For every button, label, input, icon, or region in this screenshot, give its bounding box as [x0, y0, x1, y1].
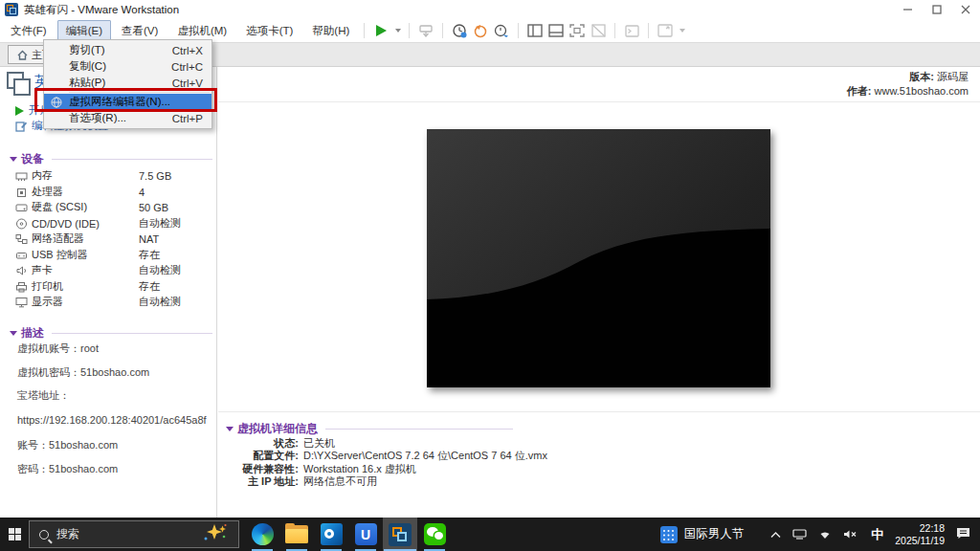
vm-details-header[interactable]: 虚拟机详细信息	[226, 421, 513, 437]
annotation-red-box	[34, 88, 217, 112]
collapse-icon	[226, 427, 234, 431]
windows-logo-icon	[9, 528, 21, 540]
volume-muted-icon[interactable]	[843, 529, 858, 540]
processor-icon	[15, 187, 32, 198]
search-placeholder: 搜索	[56, 526, 79, 542]
home-icon	[17, 50, 28, 60]
show-thumbnail-bar-icon[interactable]	[546, 21, 567, 40]
collapse-icon	[10, 331, 17, 336]
tray-chevron-up-icon[interactable]	[770, 531, 781, 539]
sound-card-icon	[15, 265, 32, 276]
tray-device-icon[interactable]	[792, 529, 807, 540]
stretch-guest-icon	[655, 21, 676, 40]
menu-help[interactable]: 帮助(H)	[303, 20, 358, 42]
clock-date: 2025/11/19	[895, 535, 945, 547]
collapse-icon	[10, 157, 17, 162]
start-button[interactable]	[0, 518, 29, 551]
description-header[interactable]: 描述	[10, 325, 212, 342]
author-value: www.51boshao.com	[875, 85, 969, 97]
devices-header[interactable]: 设备	[10, 151, 212, 167]
description-line: 宝塔地址：	[17, 388, 70, 403]
wechat-icon	[424, 523, 446, 545]
description-line: 虚拟机账号：root	[17, 342, 99, 356]
show-library-icon[interactable]	[524, 21, 546, 40]
system-tray: 国际男人节 中 22:18 2025/11/19	[660, 518, 980, 551]
device-row-network[interactable]: 网络适配器NAT	[15, 231, 207, 246]
unity-icon	[588, 21, 609, 40]
device-row-printer[interactable]: 打印机存在	[15, 279, 207, 294]
vmware-logo-icon	[5, 3, 18, 16]
network-adapter-icon	[15, 233, 32, 245]
device-row-disk[interactable]: 硬盘 (SCSI)50 GB	[15, 200, 207, 214]
detail-row-config: 配置文件:D:\YXServer\CentOS 7.2 64 位\CentOS …	[226, 449, 547, 463]
news-widget-icon[interactable]	[660, 526, 678, 543]
menu-item-preferences[interactable]: 首选项(R)...Ctrl+P	[44, 110, 212, 126]
printer-icon	[15, 281, 32, 293]
file-explorer-icon	[285, 525, 308, 543]
menu-item-cut[interactable]: 剪切(T)Ctrl+X	[44, 42, 212, 58]
device-row-memory[interactable]: 内存7.5 GB	[15, 168, 207, 183]
vmware-window: 英雄有闪 - VMware Workstation 文件(F) 编辑(E) 查看…	[0, 0, 980, 518]
minimize-button[interactable]	[894, 0, 923, 19]
copilot-sparkle-icon[interactable]	[200, 522, 229, 546]
wifi-icon[interactable]	[818, 529, 832, 540]
description-line-url: https://192.168.200.128:40201/ac645a8f	[17, 414, 207, 426]
device-row-display[interactable]: 显示器自动检测	[15, 295, 207, 309]
description-line: 账号：51boshao.com	[17, 438, 118, 452]
revert-snapshot-icon[interactable]	[470, 21, 491, 40]
edge-icon	[252, 523, 274, 545]
taskbar-app-u[interactable]: U	[348, 518, 383, 551]
device-row-cd[interactable]: CD/DVD (IDE)自动检测	[15, 216, 207, 231]
description-line: 虚拟机密码：51boshao.com	[17, 365, 149, 380]
memory-icon	[15, 170, 32, 182]
usb-icon	[15, 250, 32, 261]
u-app-icon: U	[355, 523, 377, 545]
ime-indicator[interactable]: 中	[871, 526, 883, 543]
taskbar: 搜索 U 国际男人	[0, 518, 980, 551]
send-ctrl-alt-del-icon	[415, 21, 436, 40]
version-author-block: 版本: 源码屋 作者: www.51boshao.com	[847, 70, 969, 99]
version-value: 源码屋	[937, 71, 969, 82]
taskbar-search-input[interactable]: 搜索	[29, 520, 239, 548]
disk-icon	[15, 202, 32, 213]
author-label: 作者:	[847, 85, 872, 97]
cd-icon	[15, 218, 32, 230]
window-title: 英雄有闪 - VMware Workstation	[24, 3, 179, 17]
vm-icon	[6, 71, 33, 98]
console-icon	[621, 21, 642, 40]
edit-settings-icon	[15, 121, 27, 132]
vmware-taskbar-icon	[389, 523, 412, 546]
stretch-dropdown-icon	[676, 21, 687, 40]
title-bar[interactable]: 英雄有闪 - VMware Workstation	[0, 0, 980, 19]
taskbar-app-outlook[interactable]	[314, 518, 348, 551]
taskbar-app-vmware[interactable]	[383, 518, 417, 551]
screen: 英雄有闪 - VMware Workstation 文件(F) 编辑(E) 查看…	[0, 0, 980, 551]
description-line: 密码：51boshao.com	[17, 462, 118, 476]
close-button[interactable]	[951, 0, 980, 19]
detail-row-ip: 主 IP 地址:网络信息不可用	[226, 474, 377, 489]
maximize-button[interactable]	[923, 0, 951, 19]
clock[interactable]: 22:18 2025/11/19	[895, 522, 945, 547]
clock-time: 22:18	[895, 522, 945, 535]
widget-text[interactable]: 国际男人节	[684, 526, 745, 542]
action-center-icon[interactable]	[956, 526, 970, 543]
fullscreen-icon[interactable]	[567, 21, 588, 40]
menu-tabs[interactable]: 选项卡(T)	[237, 20, 301, 42]
display-icon	[15, 297, 32, 308]
vm-console-preview[interactable]	[427, 129, 770, 387]
power-dropdown-icon[interactable]	[391, 21, 403, 40]
taskbar-app-wechat[interactable]	[417, 518, 452, 551]
device-row-sound[interactable]: 声卡自动检测	[15, 263, 207, 277]
taskbar-app-explorer[interactable]	[279, 518, 314, 551]
device-row-usb[interactable]: USB 控制器存在	[15, 248, 207, 262]
edit-menu-dropdown: 剪切(T)Ctrl+X 复制(C)Ctrl+C 粘贴(P)Ctrl+V 虚拟网络…	[43, 39, 212, 129]
taskbar-app-edge[interactable]	[245, 518, 279, 551]
version-label: 版本:	[909, 71, 934, 82]
power-on-icon[interactable]	[370, 21, 391, 40]
search-icon	[39, 530, 49, 540]
manage-snapshots-icon[interactable]	[491, 21, 512, 40]
take-snapshot-icon[interactable]	[449, 21, 470, 40]
device-row-processor[interactable]: 处理器4	[15, 185, 207, 199]
outlook-icon	[321, 523, 343, 545]
menu-item-copy[interactable]: 复制(C)Ctrl+C	[44, 58, 212, 75]
